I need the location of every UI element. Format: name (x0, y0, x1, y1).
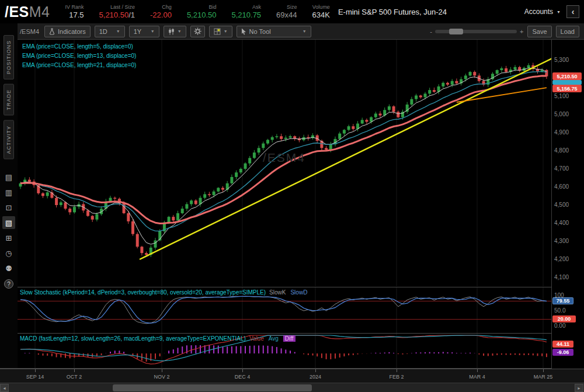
price-tick-label: 4,500 (554, 202, 569, 208)
price-tick-label: 4,200 (554, 256, 569, 262)
chevron-down-icon: ▼ (224, 29, 228, 33)
grid-icon[interactable]: ⊞ (2, 231, 15, 244)
price-axis[interactable]: 5,210.50 5,156.75 79.55 20.00 44.11 -9.0… (552, 40, 584, 369)
chevron-down-icon: ▼ (151, 29, 155, 33)
macd-panel[interactable]: MACD (fastLength=12, slowLength=26, macd… (18, 334, 552, 369)
chevron-down-icon: ▼ (557, 10, 561, 14)
oversold-value-bubble: 20.00 (552, 315, 576, 322)
chevron-left-icon: ‹ (572, 7, 575, 16)
iv-rank-value: 17.5 (65, 11, 84, 19)
scroll-right-button[interactable]: ► (575, 384, 583, 392)
ema21-study-label[interactable]: EMA (price=CLOSE, length=21, displace=0) (22, 62, 136, 68)
time-tick-label: SEP 14 (19, 374, 51, 380)
zoom-slider-thumb[interactable] (449, 29, 463, 34)
price-tick-label: 4,100 (554, 274, 569, 280)
chart-toolbar: /ESM4 Indicators 1D▼ 1Y▼ ▼ (0, 23, 584, 40)
time-tick-mark (74, 369, 75, 372)
time-tick-mark (543, 369, 544, 372)
sidebar-tab-positions[interactable]: POSITIONS (4, 35, 14, 79)
collapse-panel-button[interactable]: ‹ (566, 5, 579, 18)
arrow-right-icon: ► (577, 386, 581, 390)
last-size-value: 5,210.50/1 (99, 11, 135, 19)
save-button[interactable]: Save (527, 26, 551, 37)
sidebar-tab-activity[interactable]: ACTIVITY (4, 120, 14, 159)
main-chart[interactable]: EMA (price=CLOSE, length=5, displace=0) … (18, 40, 552, 286)
horizontal-scrollbar[interactable]: ◄ ► (0, 383, 584, 392)
time-tick-label: OCT 2 (58, 374, 91, 380)
zoom-slider-track[interactable] (435, 30, 517, 33)
time-axis[interactable]: SEP 14OCT 2NOV 2DEC 42024FEB 2MAR 4MAR 2… (0, 369, 584, 383)
price-tick-label: 4,700 (554, 165, 569, 172)
zoom-in-button[interactable]: + (520, 28, 523, 35)
last-size-label: Last / Size (99, 4, 135, 11)
last-size-field: Last / Size 5,210.50/1 (99, 4, 135, 19)
watchlist-icon[interactable]: ▥ (2, 186, 15, 199)
load-button[interactable]: Load (556, 26, 579, 37)
price-tick-label: 4,600 (554, 183, 569, 190)
monitor-icon[interactable]: ⊡ (2, 201, 15, 214)
stochastic-study-label[interactable]: Slow Stochastic (kPeriod=14, dPeriod=3, … (20, 289, 307, 296)
ema13-study-label[interactable]: EMA (price=CLOSE, length=13, displace=0) (22, 53, 136, 59)
price-tick-label: 5,100 (554, 93, 569, 99)
iv-rank-label: IV Rank (65, 4, 84, 11)
sidebar-tab-trade[interactable]: TRADE (4, 84, 14, 116)
community-icon[interactable]: ⚉ (2, 262, 15, 275)
ema5-study-label[interactable]: EMA (price=CLOSE, length=5, displace=0) (22, 43, 133, 50)
ema21-price-bubble: 5,156.75 (552, 85, 582, 92)
chevron-down-icon: ▼ (116, 29, 120, 33)
drawing-tools-dropdown[interactable]: ▼ (209, 26, 232, 37)
ask-field: Ask 5,210.75 (231, 4, 261, 19)
zoom-slider-group: - + (430, 28, 523, 35)
volume-value: 634K (312, 11, 330, 19)
chg-field: Chg -22.00 (150, 4, 172, 19)
indicators-button[interactable]: Indicators (44, 26, 91, 37)
slowk-legend: SlowK (269, 289, 286, 296)
macd-study-label[interactable]: MACD (fastLength=12, slowLength=26, macd… (20, 335, 296, 342)
stoch-tick-label: 50.0 (554, 307, 565, 314)
flask-icon (49, 28, 55, 35)
chart-style-dropdown[interactable]: ▼ (164, 26, 186, 37)
price-tick-label: 4,900 (554, 129, 569, 136)
time-tick-mark (477, 369, 478, 372)
iv-rank-field: IV Rank 17.5 (65, 4, 84, 19)
left-sidebar: POSITIONS TRADE ACTIVITY ▤ ▥ ⊡ ▧ ⊞ ◷ ⚉ ? (0, 23, 18, 383)
bid-field: Bid 5,210.50 (187, 4, 217, 19)
price-tick-label: 4,400 (554, 220, 569, 226)
chart-settings-button[interactable] (190, 26, 205, 37)
news-icon[interactable]: ▤ (2, 171, 15, 183)
candlestick-style-icon (168, 28, 175, 35)
slowd-legend: SlowD (290, 289, 307, 296)
stoch-tick-label: 0.00 (554, 322, 565, 329)
timeframe-dropdown[interactable]: 1D▼ (95, 26, 125, 37)
size-value: 69x44 (276, 11, 297, 19)
chg-label: Chg (150, 4, 172, 11)
last-price-bubble: 5,210.50 (552, 72, 582, 80)
scroll-left-button[interactable]: ◄ (0, 384, 9, 392)
ask-label: Ask (231, 4, 261, 11)
macd-avg-legend: Avg (269, 335, 279, 342)
cursor-icon (241, 28, 246, 35)
history-clock-icon[interactable]: ◷ (2, 247, 15, 259)
chart-icon[interactable]: ▧ (2, 216, 15, 229)
size-field: Size 69x44 (276, 4, 297, 19)
price-tick-label: 4,300 (554, 238, 569, 244)
time-tick-label: MAR 4 (461, 374, 493, 380)
time-tick-label: DEC 4 (226, 374, 259, 380)
accounts-dropdown[interactable]: Accounts▼ (524, 8, 561, 16)
range-dropdown[interactable]: 1Y▼ (129, 26, 159, 37)
time-tick-mark (242, 369, 243, 372)
time-tick-label: FEB 2 (380, 374, 413, 380)
symbol-title: /ESM4 (5, 4, 50, 20)
arrow-left-icon: ◄ (2, 386, 6, 390)
gear-icon (194, 27, 201, 35)
price-tick-label: 4,800 (554, 147, 569, 154)
price-tick-label: 5,000 (554, 111, 569, 117)
help-icon[interactable]: ? (4, 279, 13, 289)
active-tool-dropdown[interactable]: No Tool ▼ (237, 26, 311, 37)
volume-field: Volume 634K (312, 4, 330, 19)
zoom-out-button[interactable]: - (430, 28, 432, 35)
stochastic-panel[interactable]: Slow Stochastic (kPeriod=14, dPeriod=3, … (18, 287, 552, 333)
scrollbar-thumb[interactable] (113, 384, 312, 391)
time-tick-label: MAR 25 (527, 374, 559, 380)
macd-value-legend: Value (249, 335, 264, 342)
